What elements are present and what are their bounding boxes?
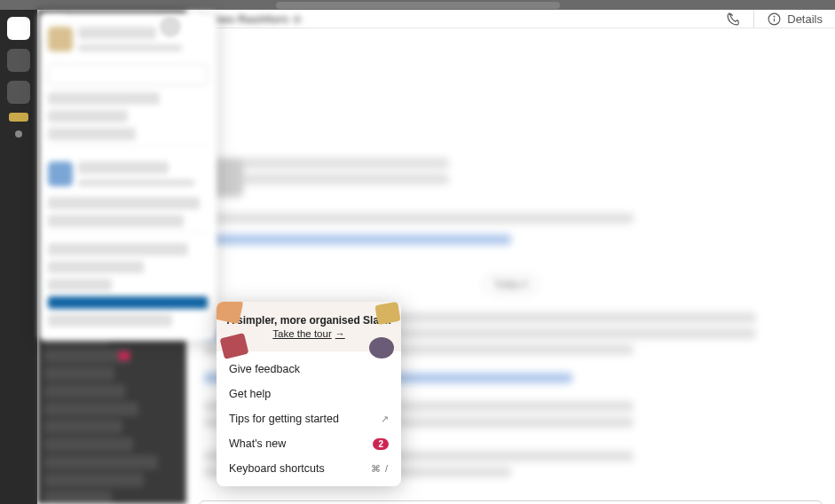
shortcut-hint: ⌘ /: [371, 463, 389, 475]
menu-item-label: Keyboard shortcuts: [229, 462, 325, 475]
workspace-rail: [0, 10, 37, 504]
info-icon: [767, 12, 782, 27]
details-button[interactable]: Details: [767, 12, 823, 27]
top-bar: [0, 0, 835, 10]
message-composer[interactable]: Message James Rashforn ⚡ B I S </> 🔗 ≡ •…: [199, 500, 823, 504]
details-label: Details: [787, 12, 823, 26]
menu-item-label: Get help: [229, 388, 271, 400]
arrow-right-icon: →: [335, 328, 345, 339]
whats-new-badge: 2: [373, 438, 389, 450]
menu-item-label: What's new: [229, 437, 286, 450]
external-link-icon: ↗: [381, 413, 389, 425]
workspace-icon[interactable]: [7, 17, 30, 40]
call-icon[interactable]: [726, 12, 741, 27]
menu-item-label: Tips for getting started: [229, 413, 339, 425]
workspace-icon[interactable]: [7, 49, 30, 72]
keyboard-shortcuts-item[interactable]: Keyboard shortcuts ⌘ /: [217, 456, 401, 481]
get-help-item[interactable]: Get help: [217, 382, 401, 406]
menu-item-label: Give feedback: [229, 363, 300, 375]
user-menu[interactable]: [39, 12, 217, 341]
take-tour-link[interactable]: Take the tour →: [272, 328, 344, 339]
take-tour-label: Take the tour: [272, 328, 331, 339]
banner-title: A simpler, more organised Slack: [227, 314, 391, 327]
workspace-icon[interactable]: [9, 113, 28, 122]
tips-item[interactable]: Tips for getting started ↗: [217, 406, 401, 431]
popover-banner: A simpler, more organised Slack Take the…: [217, 302, 401, 351]
whats-new-item[interactable]: What's new 2: [217, 431, 401, 456]
add-workspace-icon[interactable]: [15, 130, 22, 138]
give-feedback-item[interactable]: Give feedback: [217, 357, 401, 382]
help-popover: A simpler, more organised Slack Take the…: [217, 302, 401, 486]
workspace-icon[interactable]: [7, 81, 30, 104]
svg-point-2: [774, 16, 775, 17]
global-search[interactable]: [276, 2, 560, 9]
